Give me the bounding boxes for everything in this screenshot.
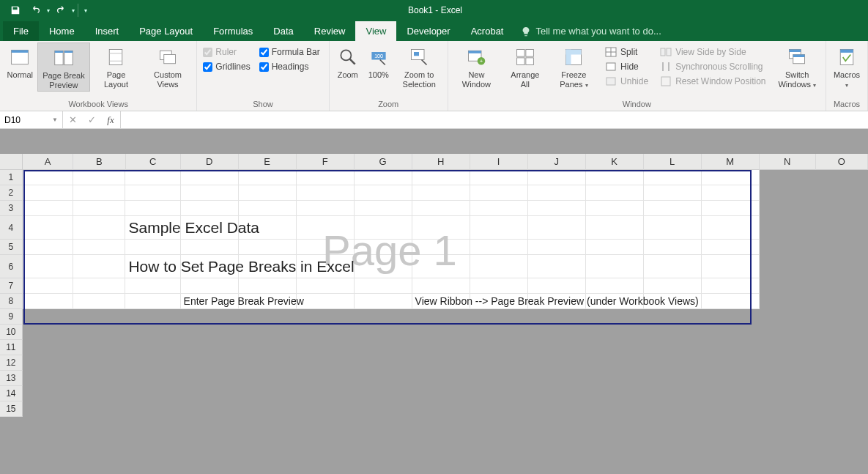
cell[interactable] [181,340,239,355]
cell[interactable] [125,340,180,355]
new-window-button[interactable]: + New Window [451,42,502,90]
cell[interactable] [702,309,760,325]
cell[interactable] [816,255,868,278]
cell[interactable] [23,255,73,278]
cell[interactable] [644,185,702,201]
cell[interactable] [297,325,355,340]
cell[interactable] [73,309,125,325]
cell[interactable] [239,185,297,201]
cell[interactable] [23,170,73,185]
cell[interactable] [528,401,586,417]
normal-view-button[interactable]: Normal [3,42,37,81]
cell[interactable] [181,240,239,255]
cell[interactable] [181,201,239,216]
cell[interactable] [586,386,644,401]
formula-bar-input[interactable] [121,111,868,128]
cell[interactable] [73,371,125,386]
cell[interactable] [73,340,125,355]
cell[interactable] [644,309,702,325]
cell[interactable] [586,170,644,185]
cell[interactable] [816,278,868,294]
cell[interactable] [644,371,702,386]
cell[interactable] [816,371,868,386]
cell[interactable] [125,170,180,185]
cell[interactable] [412,278,470,294]
cell[interactable] [73,278,125,294]
row-header[interactable]: 2 [0,185,23,201]
cell[interactable] [528,201,586,216]
cell[interactable] [412,240,470,255]
row-header[interactable]: 11 [0,340,23,355]
cell[interactable] [355,170,412,185]
cell[interactable] [528,278,586,294]
row-header[interactable]: 7 [0,278,23,294]
cell[interactable] [181,386,239,401]
cell[interactable] [412,255,470,278]
cell[interactable] [23,309,73,325]
cell[interactable] [816,309,868,325]
cell[interactable] [816,340,868,355]
cell[interactable] [760,185,816,201]
tab-home[interactable]: Home [39,21,85,41]
cell[interactable] [412,216,470,240]
cell[interactable] [528,355,586,371]
cell[interactable] [702,401,760,417]
spreadsheet-grid[interactable]: ABCDEFGHIJKLMNO 1234Sample Excel Data56H… [0,154,868,417]
cell[interactable] [125,240,180,255]
cell[interactable] [297,386,355,401]
cell[interactable] [181,309,239,325]
cell[interactable] [644,325,702,340]
tab-page-layout[interactable]: Page Layout [129,21,203,41]
cell[interactable] [125,401,180,417]
column-header[interactable]: M [702,154,760,170]
cell[interactable] [181,170,239,185]
headings-checkbox[interactable]: Headings [259,62,320,72]
cell[interactable] [23,340,73,355]
cell[interactable] [239,309,297,325]
cell[interactable] [760,371,816,386]
cell[interactable] [702,386,760,401]
custom-views-button[interactable]: Custom Views [142,42,194,90]
column-header[interactable]: O [816,154,868,170]
cell[interactable] [355,371,412,386]
column-header[interactable]: G [355,154,412,170]
cell[interactable] [23,325,73,340]
cell[interactable] [816,386,868,401]
cell[interactable] [355,340,412,355]
cell[interactable] [297,278,355,294]
cell[interactable] [355,355,412,371]
cell[interactable] [355,401,412,417]
cell[interactable] [816,170,868,185]
cell[interactable] [297,240,355,255]
tab-view[interactable]: View [355,21,396,41]
cell[interactable] [470,386,528,401]
cell[interactable]: Sample Excel Data [125,216,180,240]
row-header[interactable]: 10 [0,325,23,340]
cell[interactable] [23,355,73,371]
cell[interactable] [702,294,760,309]
cell[interactable] [355,278,412,294]
cell[interactable] [239,371,297,386]
tab-review[interactable]: Review [304,21,356,41]
cell[interactable] [470,201,528,216]
cell[interactable] [23,401,73,417]
cell[interactable] [355,325,412,340]
cell[interactable] [760,255,816,278]
cell[interactable] [73,355,125,371]
cell[interactable] [355,309,412,325]
cell[interactable] [470,185,528,201]
cell[interactable] [23,185,73,201]
cell[interactable] [702,185,760,201]
cell[interactable] [125,294,180,309]
cell[interactable] [644,340,702,355]
switch-windows-button[interactable]: Switch Windows ▾ [772,42,823,90]
cell[interactable] [470,240,528,255]
row-header[interactable]: 1 [0,170,23,185]
row-header[interactable]: 9 [0,309,23,325]
cell[interactable] [528,170,586,185]
cell[interactable] [412,325,470,340]
cell[interactable] [181,278,239,294]
name-box[interactable]: D10 ▼ [0,111,63,128]
cell[interactable] [586,201,644,216]
cell[interactable] [644,355,702,371]
